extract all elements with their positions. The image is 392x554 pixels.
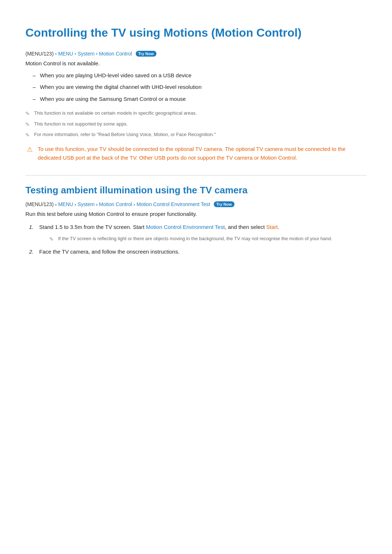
note-text-3: For more information, refer to "Read Bef… [34,131,216,138]
breadcrumb-sep3: › [96,51,97,56]
bullet-list: When you are playing UHD-level video sav… [33,71,367,103]
pencil-icon-1 [25,110,31,116]
run-text: Run this test before using Motion Contro… [25,211,367,217]
breadcrumb2-sep4: › [134,202,135,207]
breadcrumb-item-menu[interactable]: MENU [58,51,73,57]
step-1-sub-note-text: If the TV screen is reflecting light or … [58,235,332,242]
step-1-link2[interactable]: Start [266,224,278,230]
breadcrumb-item-menu123: (MENU/123) [25,51,54,57]
breadcrumb2-item-system[interactable]: System [78,201,95,207]
step-2: 2. Face the TV camera, and follow the on… [29,247,367,256]
note-item-2: This function is not supported by some a… [25,120,367,128]
step-1-text-before: Stand 1.5 to 3.5m from the TV screen. St… [39,224,146,230]
breadcrumb-section2: (MENU/123) › MENU › System › Motion Cont… [25,201,367,207]
page-title: Controlling the TV using Motions (Motion… [25,25,367,41]
bullet-item-1: When you are playing UHD-level video sav… [33,71,367,80]
step-1-num: 1. [29,223,36,231]
bullet-item-3: When you are using the Samsung Smart Con… [33,95,367,103]
pencil-icon-3 [25,131,31,137]
step-1-sub-note: If the TV screen is reflecting light or … [49,235,332,242]
breadcrumb-item-motion-control[interactable]: Motion Control [99,51,132,57]
breadcrumb2-sep2: › [74,202,76,207]
note-item-3: For more information, refer to "Read Bef… [25,131,367,138]
breadcrumb2-sep1: › [55,202,57,207]
section-divider [25,175,367,176]
warning-text: To use this function, your TV should be … [38,145,367,162]
warning-block: ⚠ To use this function, your TV should b… [25,145,367,162]
note-text-1: This function is not available on certai… [34,110,197,117]
step-2-num: 2. [29,247,36,256]
breadcrumb-sep2: › [74,51,76,56]
note-item-1: This function is not available on certai… [25,110,367,117]
step-2-text: Face the TV camera, and follow the onscr… [39,249,180,255]
intro-text: Motion Control is not available. [25,60,367,66]
step-1-content: Stand 1.5 to 3.5m from the TV screen. St… [39,223,332,242]
steps-list: 1. Stand 1.5 to 3.5m from the TV screen.… [29,223,367,256]
note-text-2: This function is not supported by some a… [34,120,128,128]
breadcrumb2-item-motion-control[interactable]: Motion Control [99,201,132,207]
note-list: This function is not available on certai… [25,110,367,138]
breadcrumb-item-system[interactable]: System [78,51,95,57]
warning-icon: ⚠ [27,145,34,153]
section2-title: Testing ambient illumination using the T… [25,184,367,197]
breadcrumb2-item-menu[interactable]: MENU [58,201,73,207]
pencil-icon-2 [25,121,31,127]
step-1-text-middle: , and then select [225,224,266,230]
bullet-item-2: When you are viewing the digital channel… [33,83,367,91]
step-1-link1[interactable]: Motion Control Environment Test [146,224,225,230]
step-1: 1. Stand 1.5 to 3.5m from the TV screen.… [29,223,367,242]
try-now-badge-1[interactable]: Try Now [136,51,156,57]
breadcrumb-section1: (MENU/123) › MENU › System › Motion Cont… [25,51,367,57]
try-now-badge-2[interactable]: Try Now [214,201,234,207]
breadcrumb-sep1: › [55,51,57,56]
step-1-text-after: . [278,224,279,230]
step-2-content: Face the TV camera, and follow the onscr… [39,247,180,256]
breadcrumb2-item-menu123: (MENU/123) [25,201,54,207]
breadcrumb2-item-env-test[interactable]: Motion Control Environment Test [136,201,210,207]
breadcrumb2-sep3: › [96,202,97,207]
pencil-icon-step1 [49,235,55,241]
